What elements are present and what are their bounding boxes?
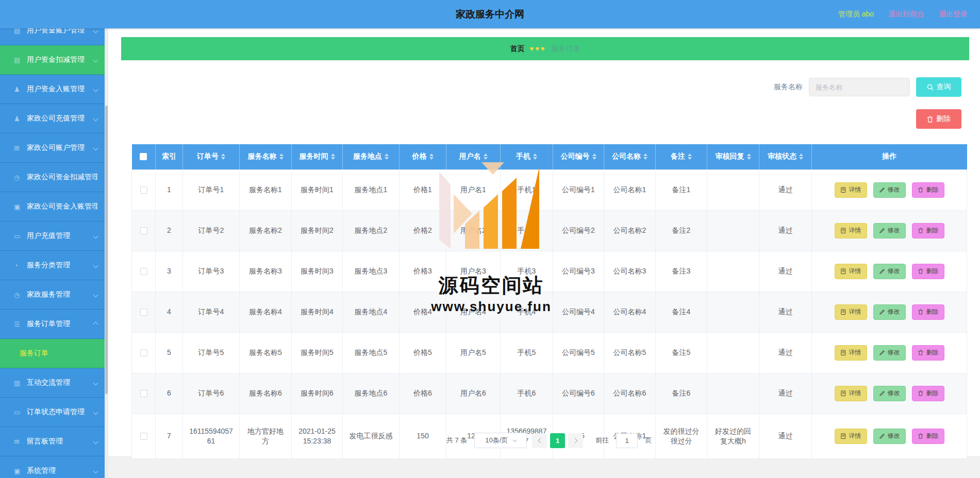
table-cell: 公司名称3 xyxy=(604,251,656,292)
clock-icon: ◷ xyxy=(14,174,23,181)
table-cell: 公司名称2 xyxy=(604,210,656,251)
edit-button[interactable]: 修改 xyxy=(873,264,906,279)
sidebar-item[interactable]: ♟家政公司充值管理 xyxy=(0,104,105,133)
column-header-6[interactable]: 价格 xyxy=(400,144,446,169)
next-page-button[interactable] xyxy=(568,433,583,448)
select-all-header xyxy=(132,144,156,169)
detail-button[interactable]: 详情 xyxy=(835,345,867,361)
sidebar-item-label: 服务订单管理 xyxy=(27,319,70,329)
table-row: 4订单号4服务名称4服务时间4服务地点4价格4用户名4手机4公司编号4公司名称4… xyxy=(132,292,967,332)
column-header-3[interactable]: 服务名称 xyxy=(240,144,292,169)
column-header-12[interactable]: 审核回复 xyxy=(707,144,759,169)
doc-icon xyxy=(840,268,846,275)
doc-icon xyxy=(840,309,846,315)
sidebar-scrollbar-thumb[interactable] xyxy=(105,106,108,394)
column-header-4[interactable]: 服务时间 xyxy=(292,144,343,169)
sidebar-item[interactable]: ▭用户充值管理 xyxy=(0,221,105,251)
table-cell: 2 xyxy=(156,210,183,251)
detail-button[interactable]: 详情 xyxy=(835,182,867,198)
edit-button[interactable]: 修改 xyxy=(873,223,906,238)
table-cell: 通过 xyxy=(759,332,812,373)
column-header-13[interactable]: 审核状态 xyxy=(759,144,812,169)
logout-link[interactable]: 退出登录 xyxy=(939,10,968,19)
sidebar-item[interactable]: ♟用户资金入账管理 xyxy=(0,75,105,104)
page-size-select[interactable]: 10条/页 xyxy=(474,433,527,448)
service-name-input[interactable] xyxy=(809,78,910,96)
sidebar-item[interactable]: ☰服务订单管理 xyxy=(0,310,105,339)
delete-row-button[interactable]: 删除 xyxy=(912,182,944,198)
breadcrumb-home[interactable]: 首页 xyxy=(510,44,524,54)
column-header-7[interactable]: 用户名 xyxy=(446,144,501,169)
pagination: 共 7 条 10条/页 1 前往 页 xyxy=(131,433,967,448)
row-checkbox[interactable] xyxy=(140,349,147,356)
sidebar-item[interactable]: ▭订单状态申请管理 xyxy=(0,398,105,427)
trash-icon xyxy=(918,309,924,315)
table-cell: 备注6 xyxy=(656,373,707,414)
sidebar-item[interactable]: ▤用户资金账户管理 xyxy=(0,28,105,45)
row-checkbox[interactable] xyxy=(140,227,147,234)
grid-icon: ⊞ xyxy=(14,144,23,152)
delete-row-button[interactable]: 删除 xyxy=(912,304,944,320)
edit-button[interactable]: 修改 xyxy=(873,345,906,361)
delete-row-button[interactable]: 删除 xyxy=(912,223,944,238)
delete-row-button[interactable]: 删除 xyxy=(912,264,944,279)
column-header-11[interactable]: 备注 xyxy=(656,144,707,169)
delete-row-button[interactable]: 删除 xyxy=(912,345,944,361)
sidebar-scrollbar[interactable] xyxy=(105,28,108,478)
sidebar-item[interactable]: ⊞家政公司账户管理 xyxy=(0,133,105,163)
column-header-10[interactable]: 公司名称 xyxy=(604,144,656,169)
table-cell: 服务名称4 xyxy=(240,292,292,332)
row-checkbox[interactable] xyxy=(140,309,147,316)
chevron-left-icon xyxy=(538,438,543,443)
table-cell: 4 xyxy=(156,292,183,332)
row-checkbox[interactable] xyxy=(140,390,147,397)
table-row: 1订单号1服务名称1服务时间1服务地点1价格1用户名1手机1公司编号1公司名称1… xyxy=(132,169,967,210)
exit-to-front-link[interactable]: 退出到前台 xyxy=(888,10,924,19)
detail-button[interactable]: 详情 xyxy=(835,386,867,401)
column-header-2[interactable]: 订单号 xyxy=(183,144,240,169)
table-cell: 用户名5 xyxy=(446,332,501,373)
sidebar-item[interactable]: ✉留言板管理 xyxy=(0,427,105,456)
chat-icon: ✉ xyxy=(14,438,23,446)
sidebar-item[interactable]: ▣系统管理 xyxy=(0,456,105,478)
edit-button[interactable]: 修改 xyxy=(873,182,906,198)
table-cell: 用户名3 xyxy=(446,251,501,292)
monitor-icon: ▭ xyxy=(14,232,23,240)
detail-button[interactable]: 详情 xyxy=(835,264,867,279)
sidebar-item[interactable]: ◷家政服务管理 xyxy=(0,280,105,310)
column-header-5[interactable]: 服务地点 xyxy=(343,144,400,169)
sidebar-item[interactable]: ▥互动交流管理 xyxy=(0,368,105,398)
chevron-down-icon xyxy=(93,87,98,92)
detail-button[interactable]: 详情 xyxy=(835,223,867,238)
detail-button[interactable]: 详情 xyxy=(835,304,867,320)
breadcrumb-current: 服务订单 xyxy=(552,44,580,54)
row-checkbox[interactable] xyxy=(140,186,147,194)
goto-page-input[interactable] xyxy=(616,433,638,448)
prev-page-button[interactable] xyxy=(532,433,547,448)
batch-delete-button[interactable]: 删除 xyxy=(916,109,961,129)
query-button[interactable]: 查询 xyxy=(916,77,961,97)
sidebar-item-label: 家政公司资金入账管理 xyxy=(27,202,97,211)
select-all-checkbox[interactable] xyxy=(140,153,147,160)
sidebar-item[interactable]: ▤用户资金扣减管理 xyxy=(0,45,105,75)
page-1-button[interactable]: 1 xyxy=(550,433,565,448)
table-cell: 公司编号5 xyxy=(553,332,604,373)
delete-row-button[interactable]: 删除 xyxy=(912,386,944,401)
sidebar-item[interactable]: ◔服务分类管理 xyxy=(0,251,105,280)
sidebar-item[interactable]: ◷家政公司资金扣减管理 xyxy=(0,163,105,192)
table-cell xyxy=(707,373,759,414)
row-checkbox[interactable] xyxy=(140,268,147,275)
table-cell: 服务地点3 xyxy=(343,251,400,292)
doc-icon xyxy=(840,227,846,234)
edit-button[interactable]: 修改 xyxy=(873,386,906,401)
search-toolbar: 服务名称 查询 xyxy=(774,77,961,97)
sidebar-item-label: 服务订单 xyxy=(20,349,48,358)
admin-user-link[interactable]: 管理员 abo xyxy=(838,10,874,19)
sidebar-item[interactable]: 服务订单 xyxy=(0,339,105,368)
column-header-8[interactable]: 手机 xyxy=(501,144,553,169)
sort-caret-icon xyxy=(331,153,335,160)
sidebar-item[interactable]: ▣家政公司资金入账管理 xyxy=(0,192,105,221)
edit-button[interactable]: 修改 xyxy=(873,304,906,320)
column-header-9[interactable]: 公司编号 xyxy=(553,144,604,169)
service-name-label: 服务名称 xyxy=(774,82,803,92)
